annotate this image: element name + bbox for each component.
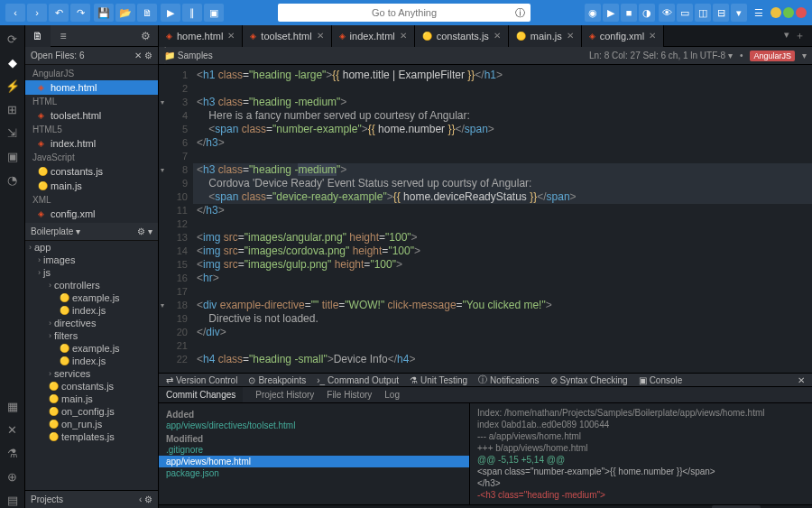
stop-macro-icon[interactable]: ■	[621, 4, 637, 22]
code-line[interactable]: Cordova 'Device Ready' Event Status serv…	[193, 177, 812, 190]
open-file-item[interactable]: ◈index.html	[25, 136, 158, 151]
tree-item[interactable]: 🟡example.js	[25, 291, 158, 304]
panel-tab[interactable]: ▣Console	[639, 375, 683, 385]
code-line[interactable]: <h4 class="heading -small">Device Info</…	[193, 353, 812, 366]
tree-item[interactable]: 🟡templates.js	[25, 430, 158, 443]
search-box[interactable]: ⓘ	[278, 4, 531, 22]
code-line[interactable]: <span class="device-ready-example">{{ ho…	[193, 190, 812, 204]
editor-tab[interactable]: 🟡main.js✕	[509, 25, 582, 47]
terminal-icon[interactable]: ▣	[5, 148, 21, 164]
tree-item[interactable]: 🟡example.js	[25, 342, 158, 355]
code-line[interactable]: Here is a fancy number served up courtes…	[193, 109, 812, 123]
code-line[interactable]	[193, 82, 812, 96]
undo-button[interactable]: ↶	[49, 4, 69, 22]
pause-button[interactable]: ∥	[182, 4, 202, 22]
changed-file[interactable]: app/views/directives/toolset.html	[166, 420, 462, 431]
open-file-item[interactable]: ◈home.html	[25, 80, 158, 95]
save-button[interactable]: 💾	[94, 4, 114, 22]
new-tab-icon[interactable]: ＋	[795, 29, 805, 42]
tree-item[interactable]: 🟡on_config.js	[25, 405, 158, 418]
code-line[interactable]: <hr>	[193, 272, 812, 285]
panel-tab[interactable]: ⊘Syntax Checking	[550, 375, 628, 385]
save-macro-icon[interactable]: ◑	[639, 4, 655, 22]
explorer-icon[interactable]: ◆	[5, 54, 21, 70]
code-line[interactable]: </h3>	[193, 204, 812, 217]
tab-close-icon[interactable]: ✕	[227, 31, 235, 41]
code-line[interactable]: </h3>	[193, 136, 812, 150]
box-icon[interactable]: ▤	[5, 492, 21, 508]
projects-footer[interactable]: Projects‹ ⚙	[25, 490, 158, 508]
menu-icon[interactable]: ☰	[751, 4, 767, 22]
panel-close-icon[interactable]: ✕	[798, 375, 805, 385]
tree-item[interactable]: 🟡index.js	[25, 355, 158, 367]
code-line[interactable]: <h3 class="heading -medium">	[193, 96, 812, 109]
record-macro-icon[interactable]: ◉	[585, 4, 601, 22]
split-v-icon[interactable]: ◫	[695, 4, 711, 22]
editor-tab[interactable]: ◈toolset.html✕	[243, 25, 331, 47]
panel-subtab[interactable]: Commit Changes	[159, 387, 243, 402]
list-tabs-icon[interactable]: ▾	[784, 29, 789, 42]
dropdown-icon[interactable]: ▾	[731, 4, 747, 22]
tree-item[interactable]: 🟡on_run.js	[25, 418, 158, 430]
editor-tab[interactable]: ◈config.xml✕	[582, 25, 665, 47]
tools-icon[interactable]: ✕	[5, 421, 21, 438]
code-line[interactable]: <img src="images/angular.png" height="10…	[193, 231, 812, 245]
tree-item[interactable]: ›app	[25, 241, 158, 254]
code-line[interactable]	[193, 150, 812, 163]
tree-item[interactable]: ›js	[25, 266, 158, 279]
preview-icon[interactable]: 👁	[659, 4, 675, 22]
close-dot[interactable]	[796, 7, 807, 18]
save-all-button[interactable]: 🗎	[137, 4, 157, 22]
split-h-icon[interactable]: ⊟	[713, 4, 729, 22]
editor-tab[interactable]: ◈home.html✕	[159, 25, 243, 47]
code-line[interactable]	[193, 339, 812, 353]
code-line[interactable]: <h3 class="heading -medium">	[193, 163, 812, 177]
open-button[interactable]: 📂	[115, 4, 135, 22]
panel-subtab[interactable]: Log	[384, 390, 400, 400]
forward-button[interactable]: ›	[27, 4, 47, 22]
play-macro-icon[interactable]: ▶	[603, 4, 619, 22]
tree-item[interactable]: ›filters	[25, 329, 158, 342]
open-file-item[interactable]: ◈config.xml	[25, 207, 158, 221]
code-line[interactable]: Directive is not loaded.	[193, 312, 812, 326]
tab-close-icon[interactable]: ✕	[567, 31, 574, 41]
tree-item[interactable]: ›directives	[25, 317, 158, 329]
editor-tab[interactable]: 🟡constants.js✕	[415, 25, 509, 47]
code-line[interactable]: <span class="number-example">{{ home.num…	[193, 123, 812, 136]
changed-file[interactable]: package.json	[166, 467, 462, 479]
share-icon[interactable]: ⇲	[5, 125, 21, 141]
code-line[interactable]: </div>	[193, 326, 812, 339]
language-badge[interactable]: AngularJS	[750, 51, 795, 61]
code-editor[interactable]: 12▾34567▾891011121314151617▾1819202122 <…	[159, 65, 812, 373]
gear-tab[interactable]: ⚙	[133, 25, 158, 47]
maximize-dot[interactable]	[783, 7, 794, 18]
code-line[interactable]: <img src="images/gulp.png" height="100">	[193, 258, 812, 272]
tree-item[interactable]: 🟡main.js	[25, 393, 158, 405]
changed-file[interactable]: .gitignore	[166, 444, 462, 456]
tab-close-icon[interactable]: ✕	[649, 31, 656, 41]
panel-tab[interactable]: ⊙Breakpoints	[248, 375, 306, 385]
editor-tab[interactable]: ◈index.html✕	[332, 25, 415, 47]
code-line[interactable]	[193, 217, 812, 231]
tree-item[interactable]: 🟡index.js	[25, 304, 158, 317]
tree-item[interactable]: ›services	[25, 367, 158, 380]
open-file-item[interactable]: ◈toolset.html	[25, 108, 158, 123]
code-line[interactable]	[193, 285, 812, 299]
tree-item[interactable]: ›controllers	[25, 279, 158, 291]
search-input[interactable]	[285, 7, 523, 18]
tree-item[interactable]: ›images	[25, 254, 158, 266]
tree-item[interactable]: 🟡constants.js	[25, 380, 158, 393]
panel-tab[interactable]: ›_Command Output	[317, 375, 399, 385]
open-file-item[interactable]: 🟡main.js	[25, 179, 158, 193]
panel-tab[interactable]: ⚗Unit Testing	[410, 375, 467, 385]
panel-tab[interactable]: ⓘNotifications	[478, 374, 539, 386]
panel-subtab[interactable]: Project History	[255, 390, 314, 400]
grid-icon[interactable]: ▦	[5, 398, 21, 414]
tab-close-icon[interactable]: ✕	[494, 31, 501, 41]
chat-icon[interactable]: ◔	[5, 171, 21, 188]
panel-tab[interactable]: ⇄Version Control	[166, 375, 237, 385]
back-button[interactable]: ‹	[5, 4, 25, 22]
code-line[interactable]: <img src="images/cordova.png" height="10…	[193, 245, 812, 258]
close-panel-icon[interactable]: ✕ ⚙	[134, 51, 152, 60]
lightning-icon[interactable]: ⚡	[5, 78, 21, 94]
